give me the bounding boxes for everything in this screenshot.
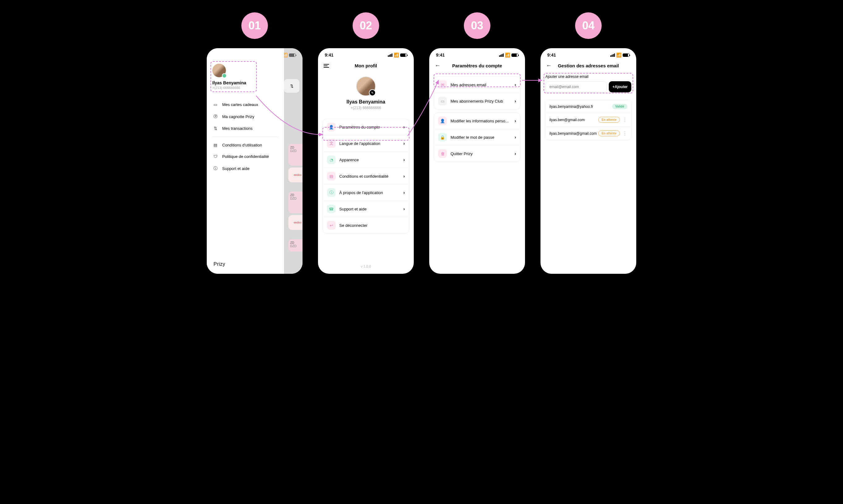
user-icon: 👤 <box>438 116 447 125</box>
menu-terms[interactable]: ▤Conditions d'utilisation <box>212 139 279 151</box>
menu-label: Mes cartes cadeaux <box>222 102 258 107</box>
avatar <box>212 64 226 77</box>
chevron-right-icon: › <box>403 125 405 129</box>
verified-badge-icon <box>222 73 227 78</box>
user-name: Ilyas Benyamina <box>212 80 279 85</box>
chevron-right-icon: › <box>403 190 405 195</box>
user-name: Ilyas Benyamina <box>346 99 385 105</box>
status-time: 9:41 <box>547 53 556 57</box>
chevron-right-icon: › <box>403 157 405 162</box>
user-phone: +(213) 666666666 <box>212 86 279 90</box>
back-button[interactable]: ← <box>546 62 552 69</box>
menu-giftcards[interactable]: ▭Mes cartes cadeaux <box>212 99 279 110</box>
email-list: ilyas.benyamina@yahoo.frValidé ilyas.ben… <box>545 100 632 140</box>
back-button[interactable]: ← <box>435 62 440 69</box>
doc-icon: ▤ <box>212 143 218 147</box>
language-icon: 文 <box>327 139 336 148</box>
edit-icon[interactable]: ✎ <box>369 89 376 96</box>
add-button[interactable]: +Ajouter <box>609 81 631 92</box>
row-label: Mes adresses email <box>451 83 515 87</box>
email-address: ilyas.benyamina@yahoo.fr <box>550 105 612 109</box>
signal-icon <box>610 53 615 57</box>
row-terms[interactable]: ▤Conditions et confidentialité› <box>323 168 409 184</box>
page-title: Paramètres du compte <box>452 63 502 68</box>
row-account-settings[interactable]: 👤Paramètres du compte› <box>323 119 409 135</box>
chevron-right-icon: › <box>403 206 405 211</box>
more-icon[interactable]: ⋮ <box>622 117 627 123</box>
row-label: Conditions et confidentialité <box>339 174 403 179</box>
battery-icon <box>623 53 629 57</box>
email-input[interactable] <box>545 81 607 92</box>
menu-label: Ma cagnotte Prizy <box>222 114 254 119</box>
status-badge: En attente <box>598 130 620 136</box>
shield-icon: 🛡 <box>212 154 218 159</box>
user-icon: 👤 <box>327 123 336 131</box>
row-label: Paramètres du compte <box>339 125 403 129</box>
page-title: Gestion des adresses email <box>558 63 619 68</box>
headset-icon: ☎ <box>327 204 336 213</box>
row-label: Langue de l'application <box>339 141 403 146</box>
chevron-right-icon: › <box>403 141 405 146</box>
chevron-right-icon: › <box>403 174 405 179</box>
bg-curr-3: DZD <box>290 245 303 248</box>
row-label: Apparence <box>339 158 403 162</box>
transfer-icon: ⇅ <box>212 126 218 131</box>
row-language[interactable]: 文Langue de l'application› <box>323 135 409 151</box>
info-icon: ⓘ <box>327 188 336 197</box>
bg-brand-1: eedoo <box>288 167 303 182</box>
step-badge-03: 03 <box>464 12 490 39</box>
signal-icon <box>388 53 392 57</box>
menu-button[interactable] <box>324 64 329 68</box>
wifi-icon: 📶 <box>394 53 399 57</box>
brand-logo: Prizy <box>214 262 225 267</box>
avatar[interactable]: ✎ <box>356 76 376 96</box>
row-subscriptions[interactable]: ▭Mes abonnements Prizy Club› <box>434 93 520 109</box>
row-label: Support et aide <box>339 207 403 211</box>
row-emails[interactable]: ✉Mes adresses email› <box>434 77 520 93</box>
coin-icon: Ⓟ <box>212 114 218 119</box>
add-email-label: Ajouter une adresse email <box>545 74 631 79</box>
email-address: ilyas.benyamina@gmail.com <box>550 131 598 136</box>
bg-price-3: ZD <box>290 241 294 245</box>
card-icon: ▭ <box>438 97 447 105</box>
battery-icon <box>512 53 518 57</box>
doc-icon: ▤ <box>327 172 336 180</box>
battery-icon <box>400 53 407 57</box>
step-badge-04: 04 <box>575 12 602 39</box>
row-quit[interactable]: 🗑Quitter Prizy› <box>434 145 520 162</box>
chevron-right-icon: › <box>515 98 516 104</box>
status-badge: Validé <box>612 104 627 109</box>
status-time: 9:41 <box>325 53 334 57</box>
row-logout[interactable]: ↩Se déconnecter <box>323 217 409 233</box>
status-badge: En attente <box>598 117 620 123</box>
menu-cagnotte[interactable]: ⓅMa cagnotte Prizy <box>212 110 279 123</box>
email-row: ilyas.ben@gmail.comEn attente⋮ <box>545 113 632 126</box>
menu-support[interactable]: ⓘSupport et aide <box>212 162 279 175</box>
page-title: Mon profil <box>355 63 377 68</box>
step-badge-01: 01 <box>241 12 268 39</box>
row-about[interactable]: ⓘÀ propos de l'application› <box>323 184 409 201</box>
clock-icon: ◔ <box>327 156 336 164</box>
row-edit-info[interactable]: 👤Modifier les informations perso...› <box>434 113 520 129</box>
row-support[interactable]: ☎Support et aide› <box>323 201 409 217</box>
menu-label: Conditions d'utilisation <box>222 143 262 147</box>
step-badge-02: 02 <box>353 12 379 39</box>
row-label: Quitter Prizy <box>451 151 515 156</box>
menu-transactions[interactable]: ⇅Mes transactions <box>212 123 279 134</box>
lock-icon: 🔒 <box>438 133 447 142</box>
menu-label: Mes transactions <box>222 126 252 131</box>
bg-price: ZD <box>290 146 294 149</box>
wifi-icon: 📶 <box>505 53 510 57</box>
email-row: ilyas.benyamina@yahoo.frValidé <box>545 100 632 113</box>
more-icon[interactable]: ⋮ <box>622 130 627 136</box>
info-icon: ⓘ <box>212 166 218 171</box>
bg-curr-2: DZD <box>290 197 303 200</box>
row-appearance[interactable]: ◔Apparence› <box>323 151 409 168</box>
phone-screen-04: 9:41📶 ←Gestion des adresses email Ajoute… <box>540 48 636 274</box>
row-label: Modifier les informations perso... <box>451 119 515 123</box>
bg-curr: DZD <box>290 149 303 152</box>
status-time: 9:41 <box>436 53 445 57</box>
row-password[interactable]: 🔒Modifier le mot de passe› <box>434 129 520 145</box>
drawer-profile[interactable]: Ilyas Benyamina +(213) 666666666 <box>212 64 279 90</box>
menu-privacy[interactable]: 🛡Politique de confidentialité <box>212 151 279 162</box>
